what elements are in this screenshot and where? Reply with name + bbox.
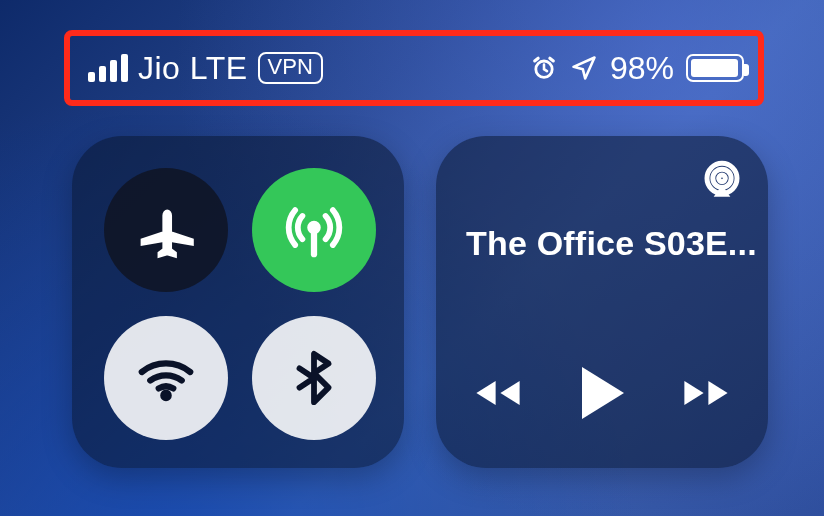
- fast-forward-button[interactable]: [682, 373, 730, 416]
- carrier-label: Jio LTE: [138, 50, 248, 87]
- battery-icon: [686, 54, 744, 82]
- wifi-button[interactable]: [104, 316, 228, 440]
- wifi-icon: [137, 349, 195, 407]
- fast-forward-icon: [682, 373, 730, 413]
- control-center-tiles: The Office S03E...: [72, 136, 768, 468]
- bluetooth-icon: [285, 349, 343, 407]
- svg-point-4: [713, 169, 731, 187]
- airplay-button[interactable]: [702, 160, 742, 200]
- battery-fill: [691, 59, 738, 77]
- vpn-badge: VPN: [258, 52, 323, 83]
- connectivity-tile[interactable]: [72, 136, 404, 468]
- media-tile[interactable]: The Office S03E...: [436, 136, 768, 468]
- play-button[interactable]: [578, 365, 626, 424]
- battery-percent-label: 98%: [610, 50, 674, 87]
- alarm-icon: [530, 54, 558, 82]
- rewind-icon: [474, 373, 522, 413]
- now-playing-title: The Office S03E...: [436, 224, 768, 263]
- airplay-icon: [702, 160, 742, 200]
- location-icon: [570, 54, 598, 82]
- cellular-antenna-icon: [285, 201, 343, 259]
- media-controls: [436, 365, 768, 424]
- airplane-mode-button[interactable]: [104, 168, 228, 292]
- status-left: Jio LTE VPN: [88, 50, 323, 87]
- status-bar-highlight: Jio LTE VPN 98%: [64, 30, 764, 106]
- svg-point-5: [719, 175, 726, 182]
- status-right: 98%: [530, 50, 744, 87]
- cellular-data-button[interactable]: [252, 168, 376, 292]
- cellular-signal-icon: [88, 54, 128, 82]
- svg-point-2: [161, 391, 170, 400]
- rewind-button[interactable]: [474, 373, 522, 416]
- play-icon: [578, 365, 626, 421]
- bluetooth-button[interactable]: [252, 316, 376, 440]
- airplane-icon: [137, 201, 195, 259]
